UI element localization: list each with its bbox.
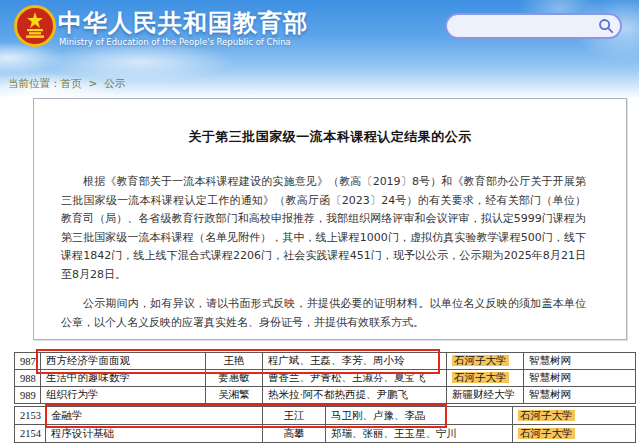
university-highlight: 石河子大学 [452, 355, 509, 366]
breadcrumb: 当前位置：首页>公示 [8, 77, 125, 91]
cell-platform: 智慧树网 [524, 387, 636, 404]
cell-leader: 姜惠敏 [206, 370, 263, 387]
cell-number: 987 [15, 353, 41, 370]
course-table-lower: 2153 金融学 王江 马卫刚、卢豫、李晶 石河子大学 2154 程序设计基础 … [14, 406, 636, 443]
cell-team: 马卫刚、卢豫、李晶 [326, 407, 513, 425]
page: 中华人民共和国教育部 Ministry of Education of the … [0, 0, 639, 444]
notice-paragraph-1: 根据《教育部关于一流本科课程建设的实施意见》（教高〔2019〕8号）和《教育部办… [61, 173, 586, 284]
cell-number: 989 [15, 387, 41, 404]
cell-leader: 王艳 [206, 353, 263, 370]
cell-platform: 智慧树网 [524, 353, 636, 370]
university-highlight: 石河子大学 [518, 410, 575, 421]
university-highlight: 石河子大学 [452, 372, 509, 383]
cell-university: 石河子大学 [513, 425, 636, 443]
breadcrumb-separator: > [89, 77, 98, 89]
notice-paragraph-2: 公示期间内，如有异议，请以书面形式反映，并提供必要的证明材料。以单位名义反映的须… [61, 295, 586, 332]
course-table-upper: 987 西方经济学面面观 王艳 程广斌、王磊、李芳、周小玲 石河子大学 智慧树网… [14, 352, 636, 404]
cell-leader: 王江 [263, 407, 326, 425]
notice-panel: 关于第三批国家级一流本科课程认定结果的公示 根据《教育部关于一流本科课程建设的实… [33, 98, 627, 340]
table-row: 2153 金融学 王江 马卫刚、卢豫、李晶 石河子大学 [15, 407, 636, 425]
cell-number: 2154 [15, 425, 46, 443]
breadcrumb-prefix: 当前位置： [8, 77, 61, 89]
cell-team: 曹香兰、尹青松、王淑芬、夏宝飞 [263, 370, 447, 387]
search-icon[interactable] [598, 18, 614, 34]
university-highlight: 石河子大学 [518, 428, 575, 439]
cell-university: 新疆财经大学 [447, 387, 524, 404]
cell-university: 石河子大学 [513, 407, 636, 425]
table-row: 2154 程序设计基础 高攀 郑瑞、张丽、王玉星、宁川 石河子大学 [15, 425, 636, 443]
cell-team: 热米拉·阿不都热西提、尹鹏飞 [263, 387, 447, 404]
breadcrumb-home-link[interactable]: 首页 [61, 77, 82, 89]
notice-title: 关于第三批国家级一流本科课程认定结果的公示 [34, 128, 626, 146]
cell-number: 2153 [15, 407, 46, 425]
cell-leader: 吴湘繁 [206, 387, 263, 404]
cell-course: 生活中的趣味数学 [41, 370, 206, 387]
cell-team: 郑瑞、张丽、王玉星、宁川 [326, 425, 513, 443]
search-box[interactable] [445, 13, 622, 39]
search-input[interactable] [457, 20, 598, 33]
cell-university: 石河子大学 [447, 353, 524, 370]
cell-course: 西方经济学面面观 [41, 353, 206, 370]
cell-course: 组织行为学 [41, 387, 206, 404]
table-row: 987 西方经济学面面观 王艳 程广斌、王磊、李芳、周小玲 石河子大学 智慧树网 [15, 353, 636, 370]
cell-course: 金融学 [46, 407, 263, 425]
table-row: 989 组织行为学 吴湘繁 热米拉·阿不都热西提、尹鹏飞 新疆财经大学 智慧树网 [15, 387, 636, 404]
table-row: 988 生活中的趣味数学 姜惠敏 曹香兰、尹青松、王淑芬、夏宝飞 石河子大学 智… [15, 370, 636, 387]
notice-body: 根据《教育部关于一流本科课程建设的实施意见》（教高〔2019〕8号）和《教育部办… [61, 173, 586, 332]
cell-university: 石河子大学 [447, 370, 524, 387]
site-header: 中华人民共和国教育部 Ministry of Education of the … [0, 0, 639, 97]
national-emblem-icon [14, 5, 56, 47]
site-title: 中华人民共和国教育部 [58, 7, 308, 39]
cell-course: 程序设计基础 [46, 425, 263, 443]
cell-leader: 高攀 [263, 425, 326, 443]
site-subtitle: Ministry of Education of the People's Re… [59, 37, 291, 47]
breadcrumb-current[interactable]: 公示 [104, 77, 125, 89]
cell-platform: 智慧树网 [524, 370, 636, 387]
cell-team: 程广斌、王磊、李芳、周小玲 [263, 353, 447, 370]
cell-number: 988 [15, 370, 41, 387]
